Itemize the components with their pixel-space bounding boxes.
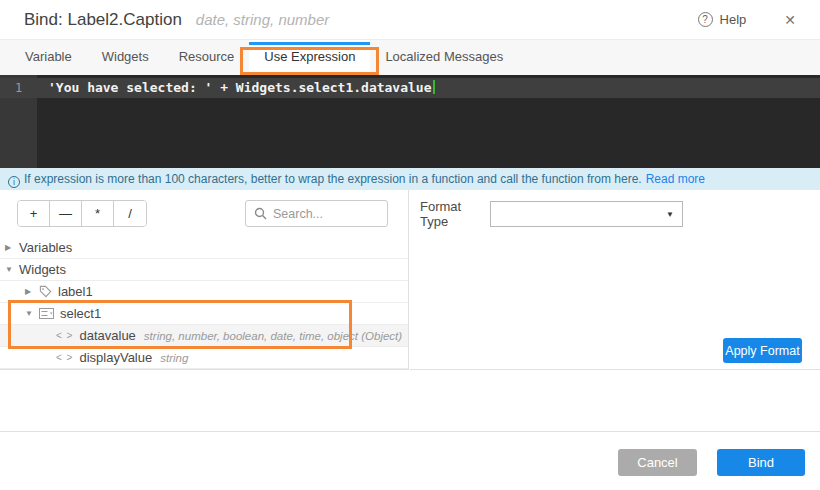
tree-item-variables[interactable]: ▶ Variables bbox=[0, 237, 408, 259]
tree-item-label: displayValue bbox=[79, 350, 152, 365]
help-link[interactable]: Help bbox=[720, 12, 747, 27]
text-cursor bbox=[433, 80, 435, 94]
tree-item-label: select1 bbox=[60, 306, 101, 321]
tab-localized-messages[interactable]: Localized Messages bbox=[370, 40, 518, 75]
info-message: If expression is more than 100 character… bbox=[24, 172, 642, 186]
tree-item-datavalue[interactable]: < > datavalue string, number, boolean, d… bbox=[0, 325, 408, 347]
expression-toolbar: + — * / bbox=[17, 200, 388, 227]
chevron-right-icon[interactable]: ▶ bbox=[5, 243, 19, 252]
tab-widgets[interactable]: Widgets bbox=[87, 40, 164, 75]
tree-search-box[interactable] bbox=[245, 200, 388, 227]
tree-item-label: Widgets bbox=[19, 262, 66, 277]
apply-format-button[interactable]: Apply Format bbox=[723, 338, 802, 363]
dialog-title: Bind: Label2.Caption bbox=[24, 10, 182, 30]
tree-item-widgets[interactable]: ▼ Widgets bbox=[0, 259, 408, 281]
cancel-button[interactable]: Cancel bbox=[618, 449, 697, 476]
header-actions: ? Help ✕ bbox=[698, 12, 796, 28]
expression-text: 'You have selected: ' + Widgets.select1.… bbox=[48, 80, 432, 95]
bind-source-tree: ▶ Variables ▼ Widgets ▶ label1 ▼ bbox=[0, 237, 408, 369]
close-icon[interactable]: ✕ bbox=[784, 12, 796, 28]
operator-multiply-button[interactable]: * bbox=[82, 201, 114, 226]
read-more-link[interactable]: Read more bbox=[646, 172, 705, 186]
expression-editor[interactable]: 1 'You have selected: ' + Widgets.select… bbox=[0, 75, 820, 168]
main-content: + — * / ▶ Variables ▼ bbox=[0, 190, 820, 370]
format-type-label: Format Type bbox=[420, 199, 490, 229]
tab-use-expression[interactable]: Use Expression bbox=[249, 40, 370, 75]
operator-minus-button[interactable]: — bbox=[50, 201, 82, 226]
format-panel: Format Type ▼ Apply Format bbox=[410, 190, 820, 370]
editor-line-number: 1 bbox=[0, 78, 37, 98]
help-icon[interactable]: ? bbox=[698, 12, 713, 27]
tree-item-displayvalue[interactable]: < > displayValue string bbox=[0, 347, 408, 369]
dialog-subtitle: date, string, number bbox=[196, 11, 329, 28]
chevron-right-icon[interactable]: ▶ bbox=[25, 287, 39, 296]
operator-button-group: + — * / bbox=[17, 200, 147, 227]
tree-item-label: Variables bbox=[19, 240, 72, 255]
operator-plus-button[interactable]: + bbox=[18, 201, 50, 226]
dialog-header: Bind: Label2.Caption date, string, numbe… bbox=[0, 0, 820, 40]
chevron-down-icon[interactable]: ▼ bbox=[25, 309, 39, 318]
tab-use-expression-label: Use Expression bbox=[264, 49, 355, 64]
tree-item-label: datavalue bbox=[79, 328, 135, 343]
bind-button[interactable]: Bind bbox=[717, 449, 805, 476]
bind-tree-panel: + — * / ▶ Variables ▼ bbox=[0, 190, 409, 370]
info-bar: iIf expression is more than 100 characte… bbox=[0, 168, 820, 190]
property-icon: < > bbox=[56, 352, 73, 363]
select-widget-icon bbox=[39, 308, 54, 319]
tab-resource[interactable]: Resource bbox=[164, 40, 250, 75]
tab-bar: Variable Widgets Resource Use Expression… bbox=[0, 40, 820, 75]
format-type-row: Format Type ▼ bbox=[420, 199, 683, 229]
tree-item-label1[interactable]: ▶ label1 bbox=[0, 281, 408, 303]
operator-divide-button[interactable]: / bbox=[114, 201, 146, 226]
active-tab-indicator bbox=[249, 42, 370, 45]
property-icon: < > bbox=[56, 330, 73, 341]
info-icon: i bbox=[8, 176, 20, 188]
search-icon bbox=[254, 207, 267, 220]
format-type-select[interactable]: ▼ bbox=[490, 201, 683, 227]
tree-item-label: label1 bbox=[58, 284, 93, 299]
chevron-down-icon[interactable]: ▼ bbox=[5, 265, 19, 274]
property-type-label: string, number, boolean, date, time, obj… bbox=[144, 330, 402, 342]
bind-dialog: Bind: Label2.Caption date, string, numbe… bbox=[0, 0, 820, 490]
property-type-label: string bbox=[160, 352, 188, 364]
tag-icon bbox=[39, 285, 52, 298]
dropdown-arrow-icon: ▼ bbox=[666, 210, 674, 219]
expression-code-line[interactable]: 'You have selected: ' + Widgets.select1.… bbox=[48, 78, 435, 98]
tab-variable[interactable]: Variable bbox=[10, 40, 87, 75]
search-input[interactable] bbox=[273, 207, 379, 221]
tree-item-select1[interactable]: ▼ select1 bbox=[0, 303, 408, 325]
dialog-footer: Cancel Bind bbox=[0, 431, 820, 490]
